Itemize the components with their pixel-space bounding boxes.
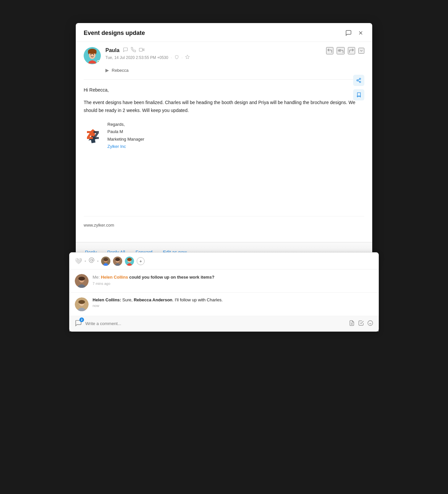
svg-point-5 (88, 49, 97, 54)
meta-dot-sep2: · (182, 55, 182, 60)
comment-body-1: Me: Helen Collins could you follow up on… (93, 274, 373, 286)
expand-recipient-icon[interactable]: ▶ (105, 68, 109, 73)
svg-point-34 (368, 320, 373, 325)
comment-author-prefix-1: Me: (93, 275, 101, 280)
comment-badge-icon[interactable]: 2 (75, 319, 82, 328)
timestamp: Tue, 14 Jul 2020 2:53:55 PM +0530 (105, 55, 168, 60)
footer-url-text: www.zylker.com (84, 223, 114, 228)
recipient-name: Rebecca (112, 68, 128, 73)
comment-author-2: Helen Collins: Sure, Rebecca Anderson. I… (93, 297, 373, 302)
header-icons (345, 29, 364, 37)
chat-small-icon[interactable] (123, 47, 128, 53)
star-icon-meta[interactable] (185, 55, 190, 60)
svg-point-28 (78, 277, 85, 281)
sender-name: Paula (105, 47, 120, 53)
comment-input-field[interactable] (85, 321, 346, 326)
svg-point-7 (93, 54, 94, 55)
sig-name: Paula M (107, 128, 144, 135)
window-title: Event designs update (84, 30, 145, 37)
svg-line-14 (358, 81, 360, 82)
email-window: Event designs update (76, 23, 372, 262)
svg-rect-9 (139, 48, 142, 51)
sig-title: Marketing Manager (107, 136, 144, 143)
add-icon: + (139, 259, 142, 264)
svg-point-16 (91, 259, 93, 261)
svg-point-19 (103, 258, 108, 261)
sig-regards: Regards, (107, 121, 144, 128)
more-icon-nav[interactable] (358, 48, 364, 54)
reply-icon-nav[interactable] (326, 47, 333, 54)
greeting: Hi Rebecca, (84, 86, 364, 94)
email-nav-icons (326, 47, 364, 54)
comment-avatar-2 (75, 297, 89, 311)
svg-marker-8 (142, 49, 144, 51)
window-header: Event designs update (76, 23, 372, 42)
svg-point-25 (127, 258, 132, 261)
bookmark-button[interactable] (353, 89, 364, 100)
comment-item: Me: Helen Collins could you follow up on… (70, 269, 378, 293)
reply-all-icon-nav[interactable] (337, 47, 345, 54)
right-actions (353, 75, 364, 100)
comment-mention-link: Rebecca Anderson (134, 297, 172, 302)
comment-text-1: could you follow up on these work items? (128, 275, 214, 280)
comment-item-2: Helen Collins: Sure, Rebecca Anderson. I… (70, 293, 378, 316)
meta-dot-sep1: · (171, 55, 172, 60)
emoji-icon[interactable] (367, 320, 373, 327)
comments-panel: 🤍 (69, 252, 379, 332)
svg-point-6 (91, 54, 92, 55)
svg-point-13 (359, 81, 361, 83)
add-participant-button[interactable]: + (137, 257, 145, 265)
sender-row: Paula (84, 47, 364, 64)
forward-icon-nav[interactable] (348, 47, 355, 54)
reactions-sep2 (97, 261, 98, 262)
heart-reaction-icon[interactable]: 🤍 (75, 258, 82, 265)
participant-avatar-3 (125, 257, 134, 266)
close-button[interactable] (357, 29, 364, 37)
email-body: Paula (76, 42, 372, 242)
sender-info: Paula (105, 47, 364, 60)
reactions-row: 🤍 (70, 253, 378, 269)
email-content: Hi Rebecca, The event designs have been … (84, 86, 364, 242)
comment-text-after-mention: . I'll follow up with Charles. (172, 297, 223, 302)
zylker-logo-svg (84, 126, 102, 145)
sender-name-row: Paula (105, 47, 364, 53)
comment-author-1: Me: Helen Collins could you follow up on… (93, 274, 373, 281)
recipient-row: ▶ Rebecca (84, 68, 364, 73)
svg-marker-10 (186, 55, 190, 59)
video-icon[interactable] (139, 47, 145, 53)
comment-mention-name-1: Helen Collins (101, 275, 128, 280)
signature-text: Regards, Paula M Marketing Manager Zylke… (107, 121, 144, 150)
comment-body-2: Helen Collins: Sure, Rebecca Anderson. I… (93, 297, 373, 308)
chat-icon-button[interactable] (345, 29, 352, 37)
badge-count: 2 (79, 317, 84, 322)
reactions-sep1 (85, 261, 86, 262)
notes-icon[interactable] (349, 320, 355, 327)
sender-action-icons (123, 47, 145, 53)
input-action-icons (349, 320, 373, 327)
share-button[interactable] (353, 75, 364, 86)
signature: Regards, Paula M Marketing Manager Zylke… (84, 121, 364, 150)
sender-meta: Tue, 14 Jul 2020 2:53:55 PM +0530 · · (105, 55, 364, 60)
comment-text-before-mention: Sure, (122, 297, 134, 302)
svg-point-12 (357, 80, 358, 81)
online-status-dot (97, 60, 100, 64)
comment-author-name-2: Helen Collins: (93, 297, 122, 302)
sig-company-link[interactable]: Zylker Inc (107, 144, 126, 149)
body-paragraph: The event designs have been finalized. C… (84, 99, 364, 115)
content-divider (84, 79, 364, 80)
email-footer-url: www.zylker.com (84, 216, 364, 235)
participant-avatar-1 (101, 257, 110, 266)
svg-point-22 (115, 258, 120, 261)
company-logo (84, 126, 102, 145)
checklist-icon[interactable] (358, 320, 364, 327)
mention-reaction-icon[interactable] (89, 257, 95, 265)
svg-point-31 (78, 300, 85, 304)
participant-avatar-2 (113, 257, 122, 266)
avatar (84, 47, 101, 64)
svg-line-15 (358, 79, 360, 80)
phone-icon[interactable] (131, 47, 136, 53)
comment-time-2: now (93, 304, 373, 308)
svg-point-11 (359, 78, 361, 79)
comment-input-row: 2 (70, 316, 378, 331)
comment-time-1: 7 mins ago (93, 282, 373, 286)
